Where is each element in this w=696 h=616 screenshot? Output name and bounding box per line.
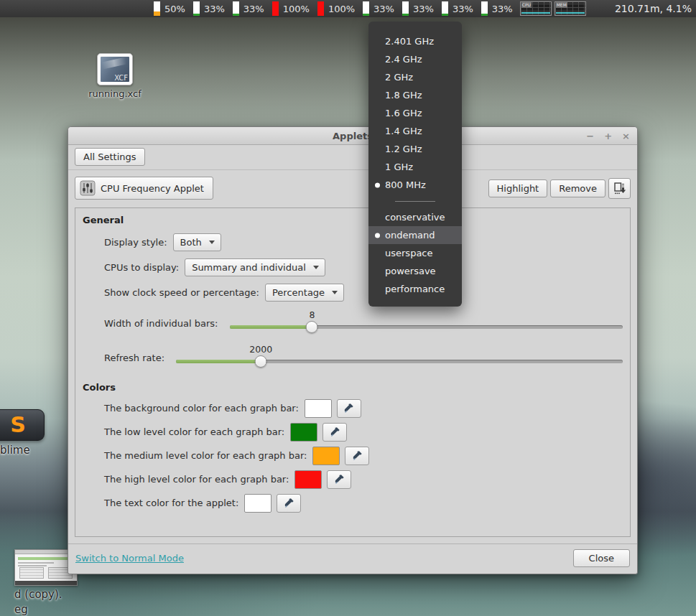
color-swatch-button[interactable] bbox=[244, 494, 272, 513]
all-settings-button[interactable]: All Settings bbox=[75, 148, 145, 166]
menu-item-frequency[interactable]: 1.6 GHz bbox=[368, 104, 462, 122]
slider-fill bbox=[230, 325, 312, 329]
cpu-bar-percent: 33% bbox=[453, 4, 473, 14]
switch-mode-link[interactable]: Switch to Normal Mode bbox=[75, 553, 184, 564]
color-swatch-button[interactable] bbox=[312, 447, 340, 465]
cpu-bar-percent: 33% bbox=[492, 4, 513, 14]
slider-handle[interactable] bbox=[306, 321, 318, 333]
menu-item-label: userspace bbox=[385, 248, 433, 258]
cpu-bar-graph bbox=[317, 1, 324, 16]
select-dropdown[interactable]: Both bbox=[173, 233, 221, 251]
setting-label: The low level color for each graph bar: bbox=[104, 426, 284, 437]
general-heading: General bbox=[83, 215, 623, 225]
close-button[interactable]: Close bbox=[573, 549, 630, 567]
menu-item-frequency[interactable]: 800 MHz bbox=[368, 176, 462, 194]
panel-placement-button[interactable] bbox=[608, 178, 631, 199]
panel-status-text[interactable]: 210.71m, 4.1% bbox=[615, 3, 692, 14]
mem-graph[interactable]: MEM bbox=[555, 1, 586, 16]
color-swatch-button[interactable] bbox=[290, 423, 317, 442]
menu-item-frequency[interactable]: 1.4 GHz bbox=[368, 122, 462, 140]
cpu-frequency-applet-button[interactable]: CPU Frequency Applet bbox=[75, 177, 213, 200]
color-picker-button[interactable] bbox=[337, 399, 361, 418]
select-dropdown[interactable]: Summary and individual bbox=[185, 258, 325, 276]
cpu-bar-percent: 33% bbox=[204, 4, 225, 14]
xcf-file-icon: XCF bbox=[97, 53, 133, 85]
cpu-bar[interactable]: 100% bbox=[317, 1, 355, 16]
menu-item-label: 1.2 GHz bbox=[385, 144, 422, 154]
colors-heading: Colors bbox=[83, 382, 623, 393]
menu-separator bbox=[395, 201, 435, 202]
width-slider[interactable]: 8 bbox=[230, 309, 623, 337]
remove-button[interactable]: Remove bbox=[550, 179, 605, 197]
setting-label: CPUs to display: bbox=[104, 262, 179, 273]
refresh-slider[interactable]: 2000 bbox=[176, 343, 623, 372]
color-setting-row: The medium level color for each graph ba… bbox=[104, 446, 623, 465]
setting-label: Display style: bbox=[104, 237, 167, 248]
chevron-down-icon bbox=[313, 266, 319, 269]
menu-item-frequency[interactable]: 2.401 GHz bbox=[368, 32, 462, 50]
menu-item-governor[interactable]: userspace bbox=[368, 244, 462, 262]
xcf-badge: XCF bbox=[114, 74, 128, 82]
select-dropdown[interactable]: Percentage bbox=[265, 284, 344, 302]
color-setting-row: The background color for each graph bar: bbox=[104, 398, 623, 418]
color-picker-button[interactable] bbox=[345, 447, 369, 465]
color-picker-button[interactable] bbox=[327, 470, 351, 489]
menu-governors: conservativeondemanduserspacepowersavepe… bbox=[368, 208, 462, 298]
cpu-bar[interactable]: 33% bbox=[363, 1, 394, 16]
color-picker-button[interactable] bbox=[277, 494, 301, 513]
setting-label: Width of individual bars: bbox=[104, 318, 218, 329]
menu-item-label: 1 GHz bbox=[385, 162, 413, 172]
system-monitor-graphs[interactable]: CPU MEM bbox=[520, 1, 586, 16]
color-setting-row: The text color for the applet: bbox=[104, 493, 623, 513]
cpu-bar[interactable]: 33% bbox=[193, 1, 225, 16]
setting-row: CPUs to display:Summary and individual bbox=[104, 256, 623, 278]
color-picker-icon bbox=[330, 426, 340, 437]
menu-item-frequency[interactable]: 1.2 GHz bbox=[368, 140, 462, 158]
color-picker-button[interactable] bbox=[323, 423, 347, 442]
cpu-bar[interactable]: 50% bbox=[154, 1, 185, 16]
menu-item-label: powersave bbox=[385, 266, 436, 276]
close-window-button[interactable]: × bbox=[622, 131, 630, 141]
minimize-button[interactable]: − bbox=[586, 131, 594, 141]
radio-selected-icon bbox=[375, 182, 380, 187]
menu-item-governor[interactable]: conservative bbox=[368, 208, 462, 226]
slider-handle[interactable] bbox=[255, 355, 267, 368]
menu-item-governor[interactable]: powersave bbox=[368, 262, 462, 280]
menu-frequencies: 2.401 GHz2.4 GHz2 GHz1.8 GHz1.6 GHz1.4 G… bbox=[368, 32, 462, 194]
cpu-bar-percent: 33% bbox=[413, 4, 434, 14]
cpu-bar-graph bbox=[272, 1, 279, 16]
cpu-graph-label: CPU bbox=[521, 2, 532, 8]
menu-item-frequency[interactable]: 1 GHz bbox=[368, 158, 462, 176]
cpu-bar-percent: 100% bbox=[283, 4, 310, 14]
color-swatch-button[interactable] bbox=[305, 399, 332, 418]
setting-row: Show clock speed or percentage:Percentag… bbox=[104, 281, 623, 303]
refresh-slider-row: Refresh rate: 2000 bbox=[104, 343, 623, 372]
window-title: Applets bbox=[333, 131, 373, 141]
menu-item-frequency[interactable]: 1.8 GHz bbox=[368, 86, 462, 104]
maximize-button[interactable]: + bbox=[604, 131, 612, 141]
cpu-frequency-applet-bars[interactable]: 50%33%33%100%100%33%33%33%33% bbox=[154, 1, 513, 16]
width-slider-row: Width of individual bars: 8 bbox=[104, 309, 623, 337]
cpu-bar-percent: 100% bbox=[328, 4, 355, 14]
menu-item-governor[interactable]: ondemand bbox=[368, 226, 462, 244]
cpu-bar[interactable]: 33% bbox=[442, 1, 473, 16]
cpu-bar-graph bbox=[402, 1, 409, 16]
cpu-bar[interactable]: 100% bbox=[272, 1, 310, 16]
titlebar[interactable]: Applets − + × bbox=[68, 127, 637, 145]
menu-item-frequency[interactable]: 2 GHz bbox=[368, 68, 462, 86]
cpu-bar[interactable]: 33% bbox=[233, 1, 264, 16]
menu-item-label: ondemand bbox=[385, 230, 435, 241]
color-picker-icon bbox=[352, 450, 363, 461]
frequency-menu: 2.401 GHz2.4 GHz2 GHz1.8 GHz1.6 GHz1.4 G… bbox=[368, 22, 462, 307]
color-swatch-button[interactable] bbox=[294, 470, 322, 489]
cpu-bar[interactable]: 33% bbox=[481, 1, 513, 16]
desktop-icon-running-xcf[interactable]: XCF running.xcf bbox=[89, 53, 141, 99]
cpu-graph-line bbox=[521, 12, 550, 14]
toolbar: All Settings bbox=[68, 145, 637, 170]
menu-item-frequency[interactable]: 2.4 GHz bbox=[368, 50, 462, 68]
highlight-button[interactable]: Highlight bbox=[488, 179, 548, 197]
menu-item-governor[interactable]: performance bbox=[368, 280, 462, 298]
cpu-graph[interactable]: CPU bbox=[520, 1, 552, 16]
cpu-bar[interactable]: 33% bbox=[402, 1, 434, 16]
desktop-icon-sublime[interactable]: S blime bbox=[0, 409, 45, 457]
